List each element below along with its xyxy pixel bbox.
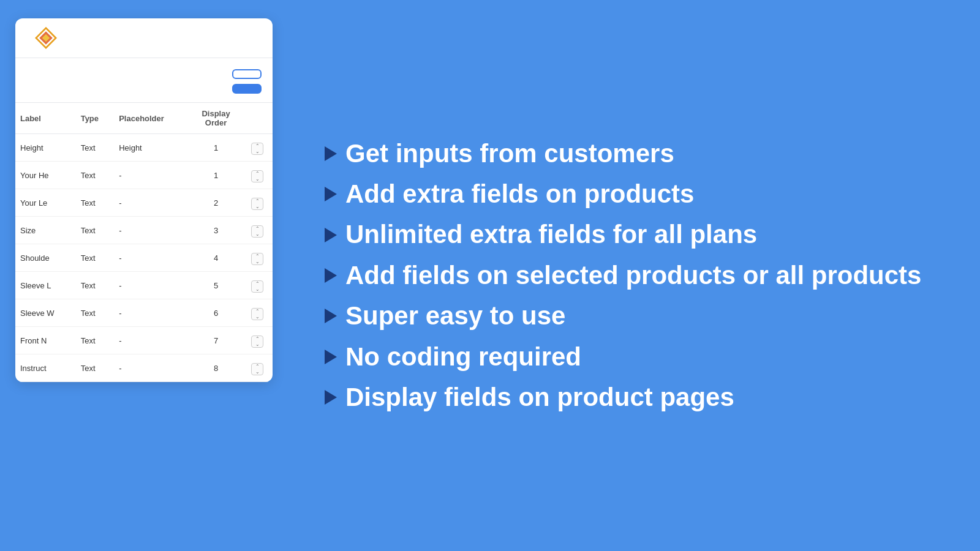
cell-spinner[interactable]: ⌃⌄ (242, 134, 273, 162)
feature-text: Super easy to use (345, 301, 565, 331)
bullet-triangle-icon (325, 146, 337, 161)
cell-order: 2 (190, 189, 243, 217)
cell-order: 4 (190, 244, 243, 272)
order-spinner[interactable]: ⌃⌄ (251, 335, 263, 348)
table-row: Size Text - 3 ⌃⌄ (15, 217, 273, 244)
feature-item: No coding required (325, 342, 921, 372)
cell-label: Height (15, 134, 76, 162)
feature-item: Super easy to use (325, 301, 921, 331)
order-spinner[interactable]: ⌃⌄ (251, 225, 263, 238)
cell-type: Text (76, 354, 115, 382)
cell-type: Text (76, 272, 115, 299)
cell-spinner[interactable]: ⌃⌄ (242, 327, 273, 354)
bullet-triangle-icon (325, 309, 337, 323)
cell-placeholder: - (114, 244, 190, 272)
col-header-placeholder: Placeholder (114, 103, 190, 134)
col-header-label: Label (15, 103, 76, 134)
bullet-triangle-icon (325, 350, 337, 364)
cell-order: 7 (190, 327, 243, 354)
order-spinner[interactable]: ⌃⌄ (251, 253, 263, 265)
order-spinner[interactable]: ⌃⌄ (251, 280, 263, 293)
feature-text: Add extra fields on products (345, 179, 694, 209)
cell-spinner[interactable]: ⌃⌄ (242, 354, 273, 382)
order-spinner[interactable]: ⌃⌄ (251, 308, 263, 320)
bullet-triangle-icon (325, 187, 337, 201)
feature-item: Add extra fields on products (325, 179, 921, 209)
feature-text: No coding required (345, 342, 581, 372)
order-spinner[interactable]: ⌃⌄ (251, 143, 263, 155)
table-row: Sleeve L Text - 5 ⌃⌄ (15, 272, 273, 299)
cell-placeholder: - (114, 217, 190, 244)
cell-placeholder: - (114, 327, 190, 354)
cell-spinner[interactable]: ⌃⌄ (242, 244, 273, 272)
cell-order: 1 (190, 162, 243, 189)
app-logo (35, 27, 57, 49)
cell-placeholder: - (114, 189, 190, 217)
col-header-spinner (242, 103, 273, 134)
col-header-display-order: DisplayOrder (190, 103, 243, 134)
submit-button[interactable] (232, 84, 262, 94)
table-row: Sleeve W Text - 6 ⌃⌄ (15, 299, 273, 327)
app-header (15, 18, 273, 58)
table-row: Height Text Height 1 ⌃⌄ (15, 134, 273, 162)
app-card: Label Type Placeholder DisplayOrder Heig… (15, 18, 273, 382)
feature-item: Display fields on product pages (325, 382, 921, 413)
feature-text: Add fields on selected products or all p… (345, 260, 921, 291)
cell-type: Text (76, 189, 115, 217)
fields-table: Label Type Placeholder DisplayOrder Heig… (15, 103, 273, 382)
table-row: Shoulde Text - 4 ⌃⌄ (15, 244, 273, 272)
cell-order: 5 (190, 272, 243, 299)
cell-type: Text (76, 327, 115, 354)
product-section (15, 58, 273, 103)
cell-placeholder: - (114, 354, 190, 382)
cell-order: 3 (190, 217, 243, 244)
cell-placeholder: Height (114, 134, 190, 162)
cell-type: Text (76, 244, 115, 272)
cell-order: 1 (190, 134, 243, 162)
table-row: Instruct Text - 8 ⌃⌄ (15, 354, 273, 382)
cell-label: Sleeve L (15, 272, 76, 299)
feature-text: Get inputs from customers (345, 138, 674, 169)
cell-order: 8 (190, 354, 243, 382)
button-group (232, 69, 262, 94)
order-spinner[interactable]: ⌃⌄ (251, 363, 263, 375)
table-row: Your Le Text - 2 ⌃⌄ (15, 189, 273, 217)
bullet-triangle-icon (325, 228, 337, 242)
bullet-triangle-icon (325, 390, 337, 405)
cell-spinner[interactable]: ⌃⌄ (242, 162, 273, 189)
cell-placeholder: - (114, 272, 190, 299)
cell-label: Your Le (15, 189, 76, 217)
cell-spinner[interactable]: ⌃⌄ (242, 299, 273, 327)
cell-type: Text (76, 134, 115, 162)
cell-type: Text (76, 162, 115, 189)
cell-type: Text (76, 299, 115, 327)
features-list: Get inputs from customers Add extra fiel… (325, 138, 921, 413)
feature-text: Unlimited extra fields for all plans (345, 219, 757, 250)
cell-label: Sleeve W (15, 299, 76, 327)
cell-placeholder: - (114, 299, 190, 327)
left-panel: Label Type Placeholder DisplayOrder Heig… (0, 0, 288, 551)
cell-type: Text (76, 217, 115, 244)
bullet-triangle-icon (325, 268, 337, 283)
order-spinner[interactable]: ⌃⌄ (251, 198, 263, 210)
cell-label: Shoulde (15, 244, 76, 272)
feature-item: Get inputs from customers (325, 138, 921, 169)
cell-label: Front N (15, 327, 76, 354)
table-row: Front N Text - 7 ⌃⌄ (15, 327, 273, 354)
cell-order: 6 (190, 299, 243, 327)
cell-spinner[interactable]: ⌃⌄ (242, 189, 273, 217)
feature-item: Unlimited extra fields for all plans (325, 219, 921, 250)
cell-label: Your He (15, 162, 76, 189)
order-spinner[interactable]: ⌃⌄ (251, 170, 263, 182)
table-row: Your He Text - 1 ⌃⌄ (15, 162, 273, 189)
right-panel: Get inputs from customers Add extra fiel… (288, 0, 980, 551)
col-header-type: Type (76, 103, 115, 134)
cell-spinner[interactable]: ⌃⌄ (242, 217, 273, 244)
cell-label: Size (15, 217, 76, 244)
add-button[interactable] (232, 69, 262, 79)
cell-spinner[interactable]: ⌃⌄ (242, 272, 273, 299)
cell-placeholder: - (114, 162, 190, 189)
feature-item: Add fields on selected products or all p… (325, 260, 921, 291)
feature-text: Display fields on product pages (345, 382, 734, 413)
cell-label: Instruct (15, 354, 76, 382)
